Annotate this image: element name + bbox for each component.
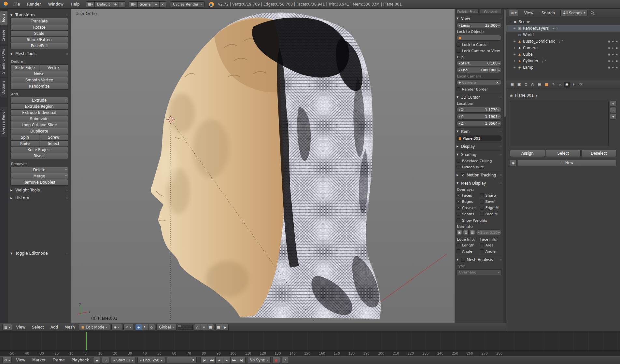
- increment-icon[interactable]: ▸: [499, 62, 500, 65]
- layout-close-button[interactable]: ×: [119, 2, 125, 7]
- clip-start-field[interactable]: ◂ Start: 0.100 ▸: [457, 60, 502, 66]
- expand-icon[interactable]: +: [513, 59, 516, 63]
- renderability-icon[interactable]: ▪: [616, 53, 618, 56]
- scale-button[interactable]: Scale: [10, 30, 68, 37]
- tab-render-layers[interactable]: ▣: [516, 82, 522, 88]
- lock-camera-to-view-checkbox[interactable]: Lock Camera to View: [457, 48, 502, 54]
- visibility-eye-icon[interactable]: ◉: [608, 40, 611, 43]
- layers-widget[interactable]: [178, 325, 193, 330]
- panel-grip-icon[interactable]: ≡: [500, 145, 502, 148]
- renderability-icon[interactable]: ▪: [616, 66, 618, 69]
- tab-constraints[interactable]: ■: [543, 82, 549, 88]
- increment-icon[interactable]: ▸: [499, 24, 500, 27]
- lock-icon[interactable]: ▪: [93, 357, 100, 363]
- selectability-icon[interactable]: ▸: [612, 40, 614, 43]
- visibility-eye-icon[interactable]: ◉: [608, 66, 611, 69]
- tab-object-data[interactable]: △: [557, 82, 563, 88]
- slot-specials-button[interactable]: ▾: [610, 114, 616, 119]
- noise-button[interactable]: Noise: [10, 71, 68, 77]
- clip-end-field[interactable]: ◂ End: 1000.000 ▸: [457, 67, 502, 73]
- view-section-header[interactable]: ▼ View ≡: [457, 15, 502, 21]
- seams-checkbox[interactable]: Seams: [457, 211, 479, 217]
- search-icon[interactable]: [591, 11, 595, 15]
- tab-scene[interactable]: ⊙: [523, 82, 529, 88]
- tab-object[interactable]: ▤: [537, 82, 542, 88]
- layout-browse-icon[interactable]: ▦▾: [86, 2, 95, 7]
- translate-manipulator-icon[interactable]: +: [135, 324, 142, 330]
- play-reverse-icon[interactable]: ◀: [215, 357, 223, 363]
- sync-dropdown[interactable]: No Sync ▾: [247, 357, 271, 363]
- decrement-icon[interactable]: ◂: [458, 24, 460, 27]
- lens-field[interactable]: ◂ Lens: 35.000 ▸: [457, 22, 502, 28]
- tab-tools[interactable]: Tools: [0, 11, 7, 25]
- remove-slot-button[interactable]: −: [610, 107, 616, 113]
- outliner-item-busto-domiciano[interactable]: + ▲ Busto_Domiciano |* ◉▸▪: [506, 38, 620, 45]
- panel-grip-icon[interactable]: ≡: [66, 189, 68, 192]
- opengl-render-image-icon[interactable]: ▦: [215, 324, 222, 330]
- bevel-checkbox[interactable]: Bevel: [480, 199, 502, 204]
- spin-button[interactable]: Spin: [10, 134, 39, 141]
- checkbox-icon[interactable]: ✓: [461, 173, 465, 177]
- expand-icon[interactable]: +: [513, 66, 516, 69]
- rotate-manipulator-icon[interactable]: ↻: [142, 324, 148, 330]
- history-panel-header[interactable]: ▶ History ≡: [10, 195, 68, 201]
- item-section-header[interactable]: ▼ Item ≡: [457, 128, 502, 134]
- add-slot-button[interactable]: +: [610, 101, 616, 106]
- pivot-point-dropdown[interactable]: ⊙ ▾: [123, 324, 134, 330]
- timeline-frame-menu[interactable]: Frame: [50, 357, 67, 363]
- scene-browse-icon[interactable]: ▦▾: [129, 2, 138, 7]
- editor-type-button[interactable]: ▦▾: [2, 324, 12, 330]
- expand-icon[interactable]: +: [513, 53, 516, 56]
- weight-tools-panel-header[interactable]: ▶ Weight Tools ≡: [10, 187, 68, 193]
- 3d-viewport[interactable]: x y User Ortho (0) Plane.001 Delete Fra.…: [71, 9, 506, 323]
- npanel-scrollbar[interactable]: [503, 9, 506, 323]
- visibility-eye-icon[interactable]: ◉: [608, 59, 611, 63]
- decrement-icon[interactable]: ◂: [458, 115, 460, 118]
- decrement-icon[interactable]: ◂: [140, 359, 141, 362]
- vertex-normals-icon[interactable]: ▣: [457, 230, 462, 235]
- outliner-item-renderlayers[interactable]: + ▣ RenderLayers ▪▫: [506, 25, 620, 32]
- timeline-playback-menu[interactable]: Playback: [69, 357, 92, 363]
- spin-arrows-icon[interactable]: ▴▾: [65, 98, 66, 102]
- display-filter-dropdown[interactable]: All Scenes ▾: [560, 10, 588, 16]
- tab-modifiers[interactable]: *: [550, 82, 556, 88]
- assign-button[interactable]: Assign: [510, 150, 545, 157]
- spin-arrows-icon[interactable]: ▴▾: [65, 168, 66, 172]
- outliner-item-world[interactable]: ◎ World: [506, 32, 620, 38]
- scene-close-button[interactable]: ×: [160, 2, 166, 7]
- subdivide-button[interactable]: Subdivide: [10, 116, 68, 122]
- timeline-canvas[interactable]: [0, 332, 620, 351]
- layout-name[interactable]: Default: [95, 2, 112, 7]
- backface-culling-checkbox[interactable]: Backface Culling: [457, 158, 502, 164]
- panel-grip-icon[interactable]: ≡: [66, 196, 68, 200]
- increment-icon[interactable]: ▸: [499, 115, 500, 118]
- tab-grease-pencil[interactable]: Grease Pencil: [0, 107, 7, 137]
- end-frame-field[interactable]: ◂ End: 250 ▸: [137, 357, 165, 363]
- smooth-vertex-button[interactable]: Smooth Vertex: [10, 77, 68, 83]
- delete-button[interactable]: Delete ▴▾: [10, 167, 68, 173]
- cursor-z-field[interactable]: ◂ Z: -1.8564 ▸: [457, 120, 502, 126]
- edge-angle-checkbox[interactable]: Angle: [457, 248, 479, 254]
- slide-vertex-button[interactable]: Vertex: [39, 64, 68, 71]
- convert-button[interactable]: Convert: [480, 9, 502, 13]
- selectability-icon[interactable]: ▸: [612, 59, 614, 63]
- menu-file[interactable]: File: [10, 1, 23, 7]
- browse-material-button[interactable]: ◉: [510, 159, 516, 166]
- audio-sync-icon[interactable]: ♪: [282, 357, 289, 363]
- toggle-editmode-panel-header[interactable]: ▼ Toggle Editmode ≡: [10, 250, 68, 257]
- timeline-view-menu[interactable]: View: [13, 357, 28, 363]
- 3d-cursor-section-header[interactable]: ▼ 3D Cursor ≡: [457, 94, 502, 100]
- jump-to-end-icon[interactable]: ▶|: [238, 357, 246, 363]
- start-frame-field[interactable]: ◂ Start: 1 ▸: [111, 357, 136, 363]
- renderability-icon[interactable]: ▪: [616, 46, 618, 49]
- motion-tracking-section-header[interactable]: ▶ ✓ Motion Tracking ≡: [457, 172, 502, 178]
- blender-app-icon[interactable]: [3, 2, 8, 7]
- tab-world[interactable]: ◎: [530, 82, 536, 88]
- delete-frames-button[interactable]: Delete Fra...: [457, 9, 479, 13]
- face-area-checkbox[interactable]: Area: [480, 242, 502, 248]
- render-border-checkbox[interactable]: Render Border: [457, 86, 502, 92]
- play-icon[interactable]: ▶: [223, 357, 231, 363]
- new-material-button[interactable]: + New: [518, 159, 616, 166]
- increment-icon[interactable]: ▸: [499, 122, 500, 125]
- outliner-item-cylinder[interactable]: + ▲ Cylinder |* ◉▸▪: [506, 58, 620, 64]
